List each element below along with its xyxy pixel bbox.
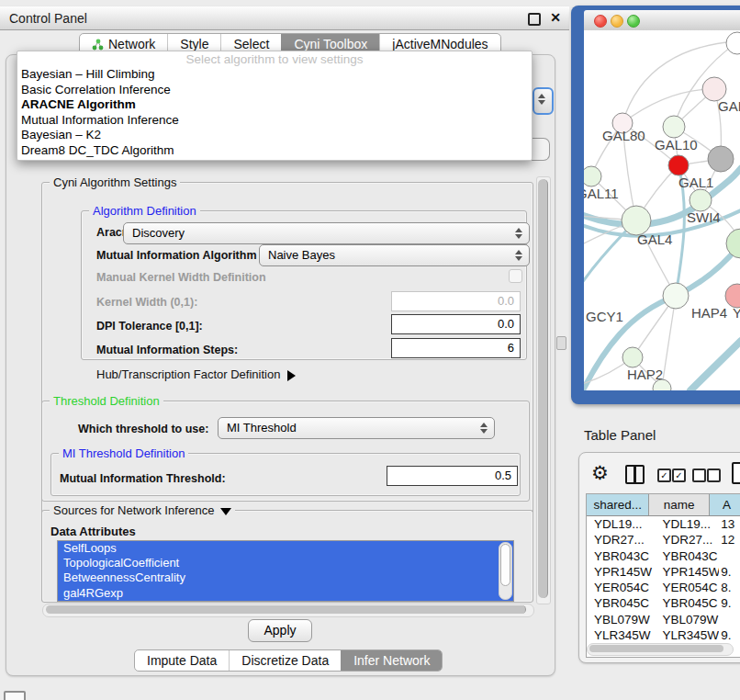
tab-discretize-data[interactable]: Discretize Data xyxy=(229,650,341,671)
network-edge[interactable] xyxy=(662,296,676,387)
table-row[interactable]: YBR045CYBR045C9. xyxy=(587,595,740,611)
float-panel-icon[interactable] xyxy=(528,13,541,26)
node-label: GCY1 xyxy=(586,309,623,324)
node-label: GAL11 xyxy=(584,186,619,201)
attributes-list-scrollbar[interactable] xyxy=(499,542,512,600)
tab-impute-data[interactable]: Impute Data xyxy=(135,650,229,671)
mi-steps-field[interactable]: 6 xyxy=(391,338,521,358)
tab-label: Network xyxy=(108,37,155,51)
select-all-checkbox-icon[interactable]: ✓ xyxy=(657,469,671,482)
attribute-item-selfloops[interactable]: SelfLoops xyxy=(58,541,513,556)
algorithm-definition-label: Algorithm Definition xyxy=(89,204,200,218)
table-cell: 9. xyxy=(719,627,740,643)
attribute-item-topologicalcoefficient[interactable]: TopologicalCoefficient xyxy=(58,556,513,570)
attribute-item-betweennesscentrality[interactable]: BetweennessCentrality xyxy=(58,570,513,585)
mi-steps-label: Mutual Information Steps: xyxy=(96,344,238,356)
split-columns-icon[interactable] xyxy=(625,465,645,484)
table-cell: YBL079W xyxy=(587,612,655,627)
network-window: GALGAL80GAL10GAL1GAL11SWI4GAL4HAP4YGCY1H… xyxy=(571,6,740,404)
manual-kernel-checkbox[interactable] xyxy=(509,269,522,283)
settings-vertical-scrollbar[interactable] xyxy=(536,176,551,604)
cyni-algorithm-settings-label: Cyni Algorithm Settings xyxy=(50,175,180,189)
table-cell: YPR145W xyxy=(587,564,655,580)
attribute-item-gal4rgexp[interactable]: gal4RGexp xyxy=(58,586,513,601)
network-node-swi4[interactable] xyxy=(690,189,712,211)
zoom-window-icon[interactable] xyxy=(627,15,640,28)
which-threshold-combo[interactable]: MI Threshold xyxy=(218,417,495,439)
node-label: Y xyxy=(733,305,740,321)
tab-label: Impute Data xyxy=(147,653,217,668)
dropdown-item-bayesian-hill-climbing[interactable]: Bayesian – Hill Climbing xyxy=(17,67,532,83)
network-node[interactable] xyxy=(708,146,734,172)
table-row[interactable]: YDL19...YDL19...13 xyxy=(587,516,740,532)
column-header-name[interactable]: name xyxy=(649,494,710,515)
settings-horizontal-scrollbar[interactable] xyxy=(42,604,534,617)
network-node[interactable] xyxy=(726,229,740,258)
table-row[interactable]: YBL079WYBL079W xyxy=(587,612,740,627)
apply-button[interactable]: Apply xyxy=(248,619,312,642)
table-row[interactable]: YLR345WYLR345W9. xyxy=(587,627,740,643)
document-icon[interactable] xyxy=(732,462,740,484)
close-window-icon[interactable] xyxy=(594,15,607,28)
tab-infer-network[interactable]: Infer Network xyxy=(341,650,442,671)
kernel-width-field[interactable]: 0.0 xyxy=(391,291,521,311)
panel-divider-handle[interactable] xyxy=(556,336,566,350)
table-cell: 9. xyxy=(719,595,740,611)
network-node-gal10[interactable] xyxy=(663,116,685,138)
aracne-mode-combo[interactable]: Discovery xyxy=(123,222,530,244)
network-window-titlebar[interactable] xyxy=(584,10,740,31)
which-threshold-label: Which threshold to use: xyxy=(78,423,208,435)
mi-threshold-label: Mutual Information Threshold: xyxy=(60,472,226,485)
table-body: YDL19...YDL19...13YDR27...YDR27...12YBR0… xyxy=(587,516,740,658)
which-threshold-value: MI Threshold xyxy=(227,421,297,435)
hub-definition-expander[interactable]: Hub/Transcription Factor Definition xyxy=(96,367,296,381)
network-edge[interactable] xyxy=(690,341,740,390)
deselect-all-checkbox-icon[interactable] xyxy=(692,469,706,482)
network-node-hap2[interactable] xyxy=(622,347,643,367)
node-label: GAL4 xyxy=(637,231,672,247)
table-horizontal-scrollbar[interactable] xyxy=(587,643,734,656)
network-node-gal11[interactable] xyxy=(584,166,601,186)
dropdown-item-bayesian-k2[interactable]: Bayesian – K2 xyxy=(17,128,532,143)
close-panel-icon[interactable]: ✕ xyxy=(550,10,561,25)
combo-arrows-icon xyxy=(515,227,522,240)
dropdown-item-aracne-algorithm[interactable]: ARACNE Algorithm xyxy=(17,97,532,113)
dropdown-item-mutual-information-inference[interactable]: Mutual Information Inference xyxy=(17,113,532,129)
table-row[interactable]: YPR145WYPR145W9. xyxy=(587,564,740,580)
network-canvas[interactable]: GALGAL80GAL10GAL1GAL11SWI4GAL4HAP4YGCY1H… xyxy=(584,30,740,390)
node-label: HAP4 xyxy=(691,305,727,321)
inference-algorithm-combo-arrow[interactable] xyxy=(533,87,554,115)
combo-arrows-icon xyxy=(538,93,545,106)
table-panel-title: Table Panel xyxy=(584,427,656,443)
control-panel-title: Control Panel xyxy=(9,11,87,26)
column-header-shared[interactable]: shared... xyxy=(587,494,649,515)
minimize-window-icon[interactable] xyxy=(611,15,623,28)
table-row[interactable]: YBR043CYBR043C xyxy=(587,548,740,564)
column-header-a[interactable]: A xyxy=(710,494,740,515)
gear-icon[interactable]: ⚙ xyxy=(591,462,609,484)
network-node[interactable] xyxy=(726,32,740,54)
data-attributes-list: SelfLoopsTopologicalCoefficientBetweenne… xyxy=(57,540,514,602)
dropdown-item-dream8-dc-tdc-algorithm[interactable]: Dream8 DC_TDC Algorithm xyxy=(17,143,532,159)
deselect-all-checkbox2-icon[interactable] xyxy=(707,469,721,482)
algorithm-dropdown-list: Select algorithm to view settings Bayesi… xyxy=(17,51,533,161)
table-cell: YBR045C xyxy=(655,595,720,611)
table-cell xyxy=(719,612,740,627)
node-label: GAL80 xyxy=(602,128,645,143)
select-all-checkbox2-icon[interactable]: ✓ xyxy=(672,469,686,482)
collapsed-panel-icon[interactable] xyxy=(4,691,26,700)
node-table: shared...nameA YDL19...YDL19...13YDR27..… xyxy=(586,493,740,658)
sources-group-label[interactable]: Sources for Network Inference xyxy=(50,503,235,517)
mi-threshold-field[interactable]: 0.5 xyxy=(387,466,518,486)
control-panel-titlebar: Control Panel ✕ xyxy=(0,6,569,30)
table-row[interactable]: YDR27...YDR27...12 xyxy=(587,532,740,548)
network-node-gal1[interactable] xyxy=(668,155,689,175)
mi-type-combo[interactable]: Naive Bayes xyxy=(259,244,530,266)
table-row[interactable]: YER054CYER054C8. xyxy=(587,580,740,595)
dropdown-item-basic-correlation-inference[interactable]: Basic Correlation Inference xyxy=(17,83,532,98)
table-header-row: shared...nameA xyxy=(587,494,740,516)
table-cell: YDR27... xyxy=(655,532,720,548)
network-node-hap4[interactable] xyxy=(663,283,689,309)
dpi-tolerance-field[interactable]: 0.0 xyxy=(391,314,521,334)
table-cell: YBR045C xyxy=(587,595,655,611)
